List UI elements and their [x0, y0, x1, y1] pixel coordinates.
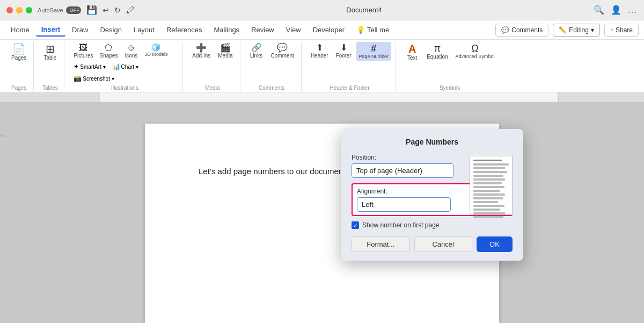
- autosave-toggle[interactable]: OFF: [66, 6, 81, 14]
- ribbon-group-symbols: A Text π Equation Ω Advanced Symbol Symb…: [398, 42, 501, 91]
- customize-icon[interactable]: 🖊: [126, 5, 135, 15]
- show-number-label: Show number on first page: [362, 221, 439, 229]
- addins-icon: ➕: [196, 44, 207, 52]
- ribbon-item-pages[interactable]: 📄 Pages: [9, 42, 29, 62]
- equation-icon: π: [434, 44, 441, 53]
- title-bar: AutoSave OFF 💾 ↩ ↻ 🖊 Document4 🔍 👤 ...: [0, 0, 644, 20]
- right-margin: [636, 102, 644, 323]
- share-label: Share: [616, 26, 633, 34]
- 3dmodels-icon: 🧊: [151, 44, 160, 51]
- ribbon-item-links[interactable]: 🔗 Links: [247, 42, 266, 60]
- editing-button[interactable]: ✏️ Editing ▾: [553, 24, 600, 37]
- ribbon-item-header[interactable]: ⬆ Header: [308, 42, 331, 60]
- symbol-icon: Ω: [471, 44, 478, 53]
- more-options[interactable]: ...: [628, 6, 638, 15]
- ribbon-content: 📄 Pages Pages ⊞ Table Tables 🖼 Pictures: [0, 40, 644, 92]
- undo-icon[interactable]: ↩: [103, 6, 109, 15]
- cancel-button[interactable]: Cancel: [414, 236, 472, 252]
- page-preview: [470, 156, 513, 215]
- editing-icon: ✏️: [559, 26, 567, 34]
- autosave: AutoSave OFF: [38, 6, 81, 14]
- screenshot-icon: 📸: [74, 75, 82, 82]
- search-icon[interactable]: 🔍: [594, 5, 604, 15]
- document-title: Document4: [346, 6, 382, 14]
- page-numbers-dialog: Page Numbers Position: Top of page (Head…: [341, 129, 523, 261]
- footer-icon: ⬇: [340, 44, 347, 52]
- pages-icon: 📄: [12, 44, 26, 54]
- tab-developer[interactable]: Developer: [308, 24, 350, 36]
- save-icon[interactable]: 💾: [86, 5, 97, 15]
- comments-icon: 💬: [501, 26, 509, 34]
- icons-icon: ☺: [127, 44, 135, 52]
- ribbon-item-symbol[interactable]: Ω Advanced Symbol: [453, 42, 497, 61]
- links-icon: 🔗: [251, 44, 262, 52]
- close-button[interactable]: [6, 7, 13, 13]
- svg-rect-1: [0, 92, 99, 102]
- tab-insert[interactable]: Insert: [36, 23, 65, 37]
- tab-design[interactable]: Design: [94, 24, 127, 36]
- ribbon-item-table[interactable]: ⊞ Table: [40, 42, 60, 62]
- position-select[interactable]: Top of page (Header) Bottom of page (Foo…: [352, 163, 453, 178]
- ribbon-item-chart[interactable]: 📊 Chart ▾: [109, 61, 141, 72]
- share-button[interactable]: ↑ Share: [604, 24, 639, 37]
- ribbon-item-shapes[interactable]: ⬠ Shapes: [97, 42, 120, 60]
- ribbon-item-3dmodels[interactable]: 🧊 3D Models: [142, 42, 170, 59]
- editing-chevron: ▾: [591, 26, 594, 34]
- tab-references[interactable]: References: [161, 24, 207, 36]
- ribbon-item-footer[interactable]: ⬇ Footer: [333, 42, 354, 60]
- ribbon-group-comments: 🔗 Links 💬 Comment Comments: [243, 42, 302, 91]
- header-icon: ⬆: [316, 44, 323, 52]
- tab-layout[interactable]: Layout: [128, 24, 160, 36]
- tab-tell-me[interactable]: 💡 Tell me: [351, 24, 394, 36]
- chart-icon: 📊: [112, 63, 120, 70]
- svg-rect-2: [558, 92, 644, 102]
- comments-label: Comments: [511, 26, 543, 34]
- ribbon-item-equation[interactable]: π Equation: [424, 42, 450, 61]
- media-icon: 🎬: [220, 44, 231, 52]
- ribbon-tabs: Home Insert Draw Design Layout Reference…: [0, 20, 644, 40]
- checkbox-check-icon: ✓: [353, 222, 357, 228]
- account-icon[interactable]: 👤: [611, 5, 621, 15]
- ribbon-item-pictures[interactable]: 🖼 Pictures: [71, 42, 96, 60]
- show-number-checkbox[interactable]: ✓: [352, 221, 359, 229]
- editing-label: Editing: [569, 26, 589, 34]
- comments-button[interactable]: 💬 Comments: [495, 24, 548, 37]
- dialog-title: Page Numbers: [352, 138, 513, 146]
- ok-button[interactable]: OK: [477, 236, 513, 252]
- ribbon-item-media[interactable]: 🎬 Media: [215, 42, 235, 60]
- ribbon-item-addins[interactable]: ➕ Add-ins: [189, 42, 213, 60]
- shapes-icon: ⬠: [105, 44, 112, 52]
- comment-icon: 💬: [277, 44, 288, 52]
- fullscreen-button[interactable]: [26, 7, 32, 13]
- ribbon-item-smartart[interactable]: ✦ SmartArt ▾: [71, 61, 108, 72]
- tab-draw[interactable]: Draw: [67, 24, 93, 36]
- ribbon-item-icons[interactable]: ☺ Icons: [121, 42, 141, 60]
- pictures-icon: 🖼: [79, 44, 87, 52]
- ribbon-group-pages: 📄 Pages Pages: [4, 42, 34, 91]
- ribbon-item-page-number[interactable]: # Page Number: [356, 42, 392, 61]
- redo-icon[interactable]: ↻: [114, 6, 121, 15]
- tab-review[interactable]: Review: [246, 24, 280, 36]
- autosave-label: AutoSave: [38, 7, 63, 13]
- minimize-button[interactable]: [16, 7, 23, 13]
- alignment-select[interactable]: Left Center Right: [357, 197, 451, 212]
- left-margin: 2: [0, 102, 8, 323]
- ribbon-item-comment[interactable]: 💬 Comment: [268, 42, 297, 60]
- tab-mailings[interactable]: Mailings: [208, 24, 245, 36]
- page-number-icon: #: [371, 44, 376, 53]
- share-icon: ↑: [610, 26, 613, 34]
- ribbon-item-screenshot[interactable]: 📸 Screenshot ▾: [71, 73, 116, 84]
- smartart-icon: ✦: [74, 63, 79, 70]
- tab-view[interactable]: View: [281, 24, 306, 36]
- tab-home[interactable]: Home: [5, 24, 35, 36]
- dialog-buttons: Format... Cancel OK: [352, 236, 513, 252]
- show-number-row: ✓ Show number on first page: [352, 221, 513, 229]
- text-icon: A: [408, 44, 416, 54]
- ribbon-group-header-footer: ⬆ Header ⬇ Footer # Page Number Header &…: [304, 42, 396, 91]
- format-button[interactable]: Format...: [352, 236, 409, 252]
- ribbon-group-illustrations: 🖼 Pictures ⬠ Shapes ☺ Icons 🧊 3D Models …: [67, 42, 183, 91]
- ribbon: Home Insert Draw Design Layout Reference…: [0, 20, 644, 92]
- ribbon-group-tables: ⊞ Table Tables: [36, 42, 64, 91]
- ribbon-group-media: ➕ Add-ins 🎬 Media Media: [185, 42, 240, 91]
- ribbon-item-text[interactable]: A Text: [402, 42, 422, 62]
